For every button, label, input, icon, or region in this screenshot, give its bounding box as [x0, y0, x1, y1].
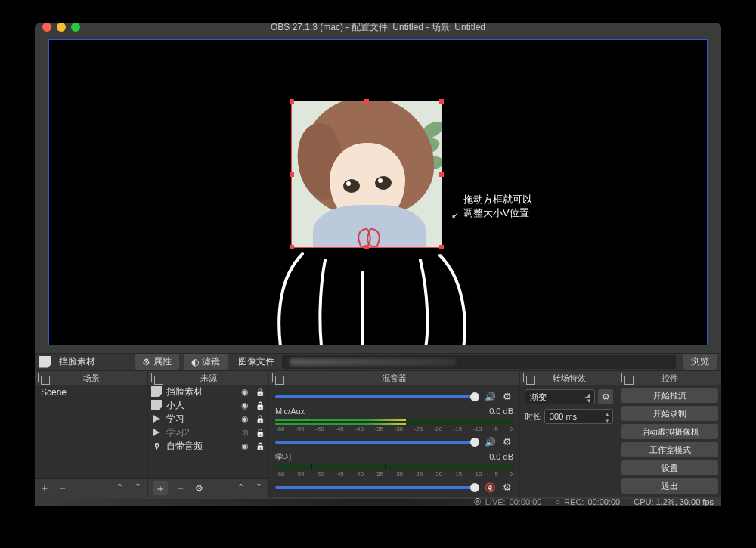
- browse-button[interactable]: 浏览: [683, 354, 717, 370]
- obs-window: OBS 27.1.3 (mac) - 配置文件: Untitled - 场景: …: [35, 23, 721, 506]
- properties-button[interactable]: 属性: [135, 354, 179, 370]
- source-label: 自带音频: [166, 440, 235, 453]
- close-window-button[interactable]: [42, 23, 51, 32]
- visibility-toggle[interactable]: [240, 400, 250, 410]
- control-button[interactable]: 设置: [621, 460, 718, 475]
- audio-meter: [275, 419, 513, 425]
- selected-source-bbox[interactable]: [291, 101, 442, 248]
- source-item[interactable]: 学习2: [148, 426, 268, 439]
- resize-handle-sw[interactable]: [290, 245, 294, 249]
- resize-handle-se[interactable]: [439, 245, 444, 249]
- mixer-header[interactable]: 混音器: [269, 371, 519, 385]
- source-label: 挡脸素材: [166, 385, 235, 398]
- minimize-window-button[interactable]: [57, 23, 66, 32]
- lock-toggle[interactable]: [255, 413, 265, 424]
- mute-button[interactable]: 🔇: [483, 482, 497, 493]
- transition-settings-button[interactable]: [598, 389, 613, 404]
- control-button[interactable]: 启动虚拟摄像机: [621, 424, 718, 439]
- lock-toggle[interactable]: [255, 427, 265, 438]
- add-scene-button[interactable]: ＋: [39, 481, 50, 495]
- resize-handle-e[interactable]: [439, 172, 444, 177]
- sources-header[interactable]: 来源: [148, 371, 268, 385]
- mute-button[interactable]: 🔊: [483, 392, 497, 402]
- transitions-header[interactable]: 转场特效: [520, 371, 618, 385]
- mute-button[interactable]: 🔊: [483, 437, 497, 447]
- visibility-toggle[interactable]: [240, 386, 250, 397]
- source-up-button[interactable]: ˄: [235, 482, 246, 494]
- channel-name: Mic/Aux: [275, 407, 305, 416]
- source-item[interactable]: 挡脸素材: [148, 385, 268, 398]
- popout-icon[interactable]: [38, 373, 47, 382]
- titlebar[interactable]: OBS 27.1.3 (mac) - 配置文件: Untitled - 场景: …: [35, 23, 721, 32]
- volume-slider[interactable]: [275, 441, 479, 444]
- scene-up-button[interactable]: ˄: [114, 482, 125, 494]
- filters-button[interactable]: ◐滤镜: [184, 354, 228, 370]
- resize-handle-w[interactable]: [290, 172, 294, 177]
- remove-source-button[interactable]: －: [175, 481, 186, 495]
- source-item[interactable]: 小人: [148, 398, 268, 412]
- channel-settings-button[interactable]: [501, 481, 513, 493]
- transition-select[interactable]: 渐变 ▴▾: [525, 389, 595, 404]
- lock-toggle[interactable]: [255, 386, 265, 397]
- control-button[interactable]: 工作室模式: [621, 442, 718, 457]
- remove-scene-button[interactable]: －: [57, 481, 68, 495]
- mixer-channel: 🔊: [269, 385, 519, 404]
- add-source-button[interactable]: ＋: [153, 481, 168, 495]
- source-label: 学习: [166, 413, 235, 426]
- scene-item[interactable]: Scene: [35, 385, 147, 400]
- zoom-window-button[interactable]: [71, 23, 80, 32]
- sources-footer: ＋ － ˄ ˅: [148, 478, 268, 497]
- source-label: 学习2: [166, 426, 235, 439]
- resize-handle-nw[interactable]: [290, 99, 294, 104]
- lock-toggle[interactable]: [255, 441, 265, 451]
- source-type-icon: [151, 386, 162, 397]
- channel-settings-button[interactable]: [501, 391, 513, 402]
- preview-area: ↙ 拖动方框就可以 调整大小V位置: [35, 32, 721, 353]
- resize-handle-ne[interactable]: [439, 99, 444, 104]
- audio-meter: [275, 464, 513, 470]
- popout-icon[interactable]: [272, 373, 281, 382]
- controls-panel: 控件 开始推流开始录制启动虚拟摄像机工作室模式设置退出: [618, 371, 721, 497]
- source-down-button[interactable]: ˅: [253, 482, 264, 494]
- source-properties-button[interactable]: [194, 483, 204, 494]
- mixer-list: 🔊Mic/Aux0.0 dB-60-55-50-45-40-35-30-25-2…: [269, 385, 519, 497]
- source-type-icon: [151, 413, 162, 424]
- avatar-image: [292, 101, 442, 247]
- source-item[interactable]: 自带音频: [148, 439, 268, 453]
- source-type-icon: [151, 400, 162, 410]
- annotation-text: ↙ 拖动方框就可以 调整大小V位置: [463, 193, 532, 220]
- control-button[interactable]: 开始录制: [621, 406, 718, 421]
- transitions-body: 渐变 ▴▾ 时长 300 ms ▴▾: [520, 385, 618, 497]
- imagefile-path-field[interactable]: [282, 355, 676, 369]
- lock-toggle[interactable]: [255, 400, 265, 410]
- resize-handle-n[interactable]: [364, 99, 369, 104]
- source-label: 小人: [166, 399, 235, 412]
- scenes-panel: 场景 Scene ＋ － ˄ ˅: [35, 371, 148, 497]
- visibility-toggle[interactable]: [240, 441, 250, 451]
- selected-source-name: 挡脸素材: [59, 355, 95, 368]
- popout-icon[interactable]: [151, 373, 160, 382]
- control-button[interactable]: 退出: [621, 478, 718, 494]
- scenes-header[interactable]: 场景: [35, 371, 147, 385]
- visibility-toggle[interactable]: [240, 427, 250, 438]
- resize-handle-s[interactable]: [364, 245, 369, 249]
- volume-slider[interactable]: [275, 486, 479, 489]
- control-button[interactable]: 开始推流: [621, 388, 718, 403]
- sources-list[interactable]: 挡脸素材小人学习学习2自带音频: [148, 385, 268, 478]
- imagefile-label: 图像文件: [238, 355, 274, 368]
- popout-icon[interactable]: [523, 373, 532, 382]
- scene-down-button[interactable]: ˅: [132, 482, 143, 494]
- visibility-toggle[interactable]: [240, 413, 250, 424]
- popout-icon[interactable]: [621, 373, 631, 382]
- transitions-panel: 转场特效 渐变 ▴▾ 时长 300 ms ▴▾: [520, 371, 618, 497]
- source-type-icon: [151, 441, 162, 451]
- preview-canvas[interactable]: ↙ 拖动方框就可以 调整大小V位置: [48, 39, 708, 345]
- source-toolbar: 挡脸素材 属性 ◐滤镜 图像文件 浏览: [35, 353, 721, 370]
- duration-spinbox[interactable]: 300 ms ▴▾: [544, 409, 613, 424]
- controls-header[interactable]: 控件: [618, 371, 721, 385]
- channel-settings-button[interactable]: [501, 436, 513, 447]
- channel-name: 学习: [275, 451, 292, 463]
- scenes-list[interactable]: Scene: [35, 385, 147, 478]
- volume-slider[interactable]: [275, 395, 479, 398]
- source-item[interactable]: 学习: [148, 412, 268, 426]
